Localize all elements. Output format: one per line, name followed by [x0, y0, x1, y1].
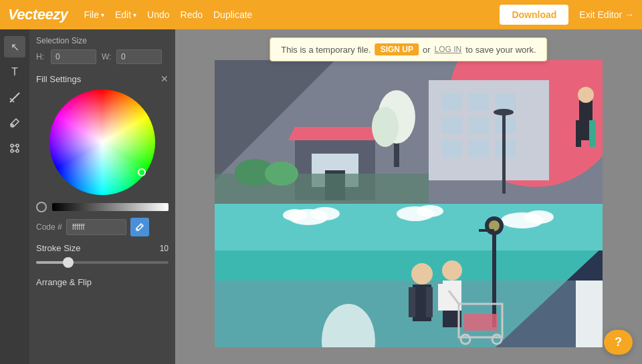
color-wheel-container[interactable]	[49, 89, 155, 195]
stroke-size-row: Stroke Size 10	[36, 243, 169, 253]
slider-thumb[interactable]	[63, 257, 74, 268]
download-button[interactable]: Download	[500, 5, 568, 25]
svg-rect-54	[492, 227, 496, 327]
chevron-down-icon: ▾	[133, 11, 136, 19]
svg-point-6	[16, 150, 19, 152]
svg-point-37	[265, 162, 298, 186]
canvas-artwork	[215, 60, 603, 347]
notification-text: This is a temporary file.	[281, 45, 370, 55]
chevron-down-icon: ▾	[101, 11, 104, 19]
code-label: Code #	[36, 222, 62, 232]
help-icon: ?	[615, 335, 622, 349]
nav-duplicate[interactable]: Duplicate	[213, 9, 252, 20]
svg-point-50	[417, 205, 443, 217]
color-wheel[interactable]	[49, 89, 155, 195]
svg-rect-24	[469, 140, 489, 157]
header: Vecteezy File ▾ Edit ▾ Undo Redo Duplica…	[0, 0, 642, 29]
svg-point-48	[283, 209, 307, 221]
svg-point-34	[494, 109, 514, 116]
nav-redo[interactable]: Redo	[181, 9, 203, 20]
canvas-area[interactable]: This is a temporary file. SIGN UP or LOG…	[175, 29, 642, 364]
color-code-input[interactable]	[66, 219, 126, 235]
icon-toolbar: ↖ T	[0, 29, 29, 364]
artwork-svg	[215, 60, 603, 347]
svg-rect-61	[426, 287, 433, 317]
svg-point-5	[11, 150, 13, 152]
svg-rect-40	[576, 120, 581, 147]
svg-point-39	[578, 87, 594, 103]
dropper-tool[interactable]	[4, 112, 25, 134]
size-row: H: W:	[36, 49, 169, 64]
svg-rect-64	[438, 284, 444, 311]
h-label: H:	[36, 52, 45, 61]
exit-editor-button[interactable]: Exit Editor →	[579, 9, 634, 20]
brightness-row	[36, 202, 169, 212]
svg-point-47	[310, 207, 340, 220]
color-cursor	[138, 168, 146, 176]
main-layout: ↖ T	[0, 29, 642, 364]
stroke-size-label: Stroke Size	[36, 243, 80, 253]
code-row: Code #	[36, 218, 169, 236]
or-text: or	[423, 45, 431, 55]
selection-size-label: Selection Size	[36, 36, 169, 45]
text-tool[interactable]: T	[4, 61, 25, 83]
svg-rect-23	[442, 140, 462, 157]
selection-size-section: Selection Size H: W:	[36, 36, 169, 64]
close-icon[interactable]: ✕	[160, 73, 169, 84]
svg-rect-21	[469, 117, 489, 134]
brightness-bar[interactable]	[52, 203, 169, 211]
svg-point-62	[442, 260, 462, 281]
logo: Vecteezy	[8, 6, 68, 23]
login-link[interactable]: LOG IN	[435, 45, 462, 54]
cursor-tool[interactable]: ↖	[4, 36, 25, 57]
height-input[interactable]	[51, 49, 96, 64]
fill-settings-label: Fill Settings	[36, 74, 81, 84]
help-button[interactable]: ?	[604, 330, 633, 355]
nav-edit[interactable]: Edit ▾	[115, 9, 136, 20]
svg-rect-18	[469, 94, 489, 110]
fill-settings-section: Fill Settings ✕ Code #	[36, 73, 169, 268]
nav-undo[interactable]: Undo	[147, 9, 169, 20]
eyedropper-button[interactable]	[130, 218, 149, 236]
svg-rect-19	[496, 94, 516, 110]
svg-rect-60	[409, 287, 415, 317]
svg-marker-27	[288, 127, 382, 140]
svg-point-3	[11, 144, 13, 147]
svg-rect-73	[576, 281, 603, 347]
notification-banner: This is a temporary file. SIGN UP or LOG…	[270, 37, 547, 61]
svg-rect-20	[442, 117, 462, 134]
svg-point-52	[524, 210, 554, 224]
notification-suffix: to save your work.	[465, 45, 536, 55]
svg-point-4	[16, 144, 19, 147]
left-panel: Selection Size H: W: Fill Settings ✕	[29, 29, 175, 364]
svg-point-58	[411, 263, 433, 285]
width-input[interactable]	[116, 49, 162, 64]
svg-point-32	[372, 107, 399, 147]
signup-button[interactable]: SIGN UP	[375, 43, 419, 55]
fill-settings-header: Fill Settings ✕	[36, 73, 169, 84]
svg-rect-41	[589, 120, 596, 147]
arrange-flip-label: Arrange & Flip	[36, 277, 169, 287]
svg-rect-71	[464, 314, 498, 331]
stroke-value: 10	[160, 244, 169, 253]
brightness-circle	[36, 202, 47, 212]
svg-rect-17	[442, 94, 462, 110]
svg-rect-33	[502, 114, 506, 194]
nav-file[interactable]: File ▾	[84, 9, 104, 20]
arrange-flip-section: Arrange & Flip	[36, 277, 169, 287]
w-label: W:	[102, 52, 111, 61]
svg-line-0	[10, 93, 19, 102]
stroke-slider[interactable]	[36, 257, 169, 268]
group-tool[interactable]	[4, 138, 25, 159]
slider-fill	[36, 261, 66, 264]
pen-tool[interactable]	[4, 87, 25, 108]
